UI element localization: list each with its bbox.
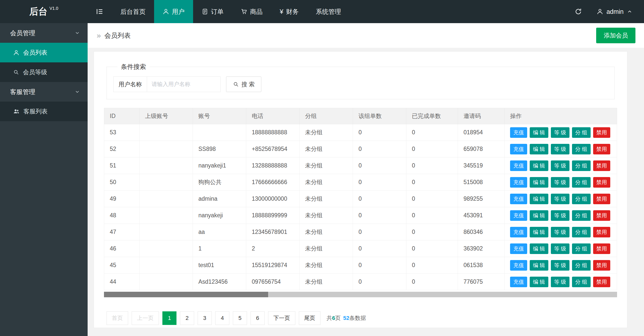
recharge-button[interactable]: 充值 <box>510 127 527 138</box>
level-button[interactable]: 等 级 <box>551 194 569 204</box>
page-first-button[interactable]: 首页 <box>106 311 128 325</box>
cell-invite-code: 989255 <box>458 191 505 207</box>
sidebar-group-member-mgmt[interactable]: 会员管理 <box>0 23 88 43</box>
level-button[interactable]: 等 级 <box>551 127 569 138</box>
level-button[interactable]: 等 级 <box>551 160 569 171</box>
group-button[interactable]: 分 组 <box>572 144 591 154</box>
disable-button[interactable]: 禁用 <box>593 144 610 154</box>
level-button[interactable]: 等 级 <box>551 243 569 254</box>
recharge-button[interactable]: 充值 <box>510 210 527 221</box>
edit-button[interactable]: 编 辑 <box>530 260 548 271</box>
nav-item-users[interactable]: 用户 <box>154 0 193 23</box>
cell-parent-account <box>139 224 193 240</box>
level-button[interactable]: 等 级 <box>551 227 569 237</box>
group-button[interactable]: 分 组 <box>572 243 591 254</box>
top-nav: 后台首页 用户 订单 商品 ¥ 财务 <box>112 0 349 23</box>
group-button[interactable]: 分 组 <box>572 277 591 287</box>
cell-phone: 097656754 <box>246 274 300 290</box>
level-button[interactable]: 等 级 <box>551 210 569 221</box>
scrollbar-thumb[interactable] <box>104 292 268 297</box>
sidebar-item-service-list[interactable]: 客服列表 <box>0 102 88 121</box>
edit-button[interactable]: 编 辑 <box>530 277 548 287</box>
recharge-button[interactable]: 充值 <box>510 177 527 188</box>
edit-button[interactable]: 编 辑 <box>530 227 548 237</box>
sidebar-group-service-mgmt[interactable]: 客服管理 <box>0 82 88 102</box>
cell-account: test01 <box>193 257 246 274</box>
nav-item-finance[interactable]: ¥ 财务 <box>271 0 307 23</box>
cell-group: 未分组 <box>300 240 353 257</box>
recharge-button[interactable]: 充值 <box>510 277 527 287</box>
app-logo[interactable]: 后台 V1.0 <box>0 0 88 23</box>
level-button[interactable]: 等 级 <box>551 260 569 271</box>
group-button[interactable]: 分 组 <box>572 210 591 221</box>
cell-actions: 充值编 辑等 级分 组禁用 <box>505 224 617 240</box>
group-button[interactable]: 分 组 <box>572 177 591 188</box>
page-next-button[interactable]: 下一页 <box>268 311 295 325</box>
nav-item-home[interactable]: 后台首页 <box>112 0 154 23</box>
recharge-button[interactable]: 充值 <box>510 260 527 271</box>
recharge-button[interactable]: 充值 <box>510 194 527 204</box>
edit-button[interactable]: 编 辑 <box>530 127 548 138</box>
edit-button[interactable]: 编 辑 <box>530 144 548 154</box>
cell-invite-code: 363902 <box>458 240 505 257</box>
cell-phone: 17666666666 <box>246 174 300 191</box>
page-number-4[interactable]: 4 <box>215 311 229 325</box>
group-button[interactable]: 分 组 <box>572 194 591 204</box>
user-icon <box>163 8 169 15</box>
disable-button[interactable]: 禁用 <box>593 277 610 287</box>
page-number-3[interactable]: 3 <box>198 311 212 325</box>
topbar: 后台 V1.0 后台首页 用户 订单 <box>0 0 644 23</box>
search-button[interactable]: 搜 索 <box>226 76 261 92</box>
sidebar-item-member-list[interactable]: 会员列表 <box>0 43 88 62</box>
cell-invite-code: 018954 <box>458 124 505 141</box>
chevron-down-icon <box>75 89 80 95</box>
sidebar-toggle-icon[interactable] <box>88 0 112 23</box>
disable-button[interactable]: 禁用 <box>593 177 610 188</box>
level-button[interactable]: 等 级 <box>551 177 569 188</box>
recharge-button[interactable]: 充值 <box>510 243 527 254</box>
username-input[interactable] <box>147 76 221 92</box>
edit-button[interactable]: 编 辑 <box>530 177 548 188</box>
nav-label: 订单 <box>211 8 224 16</box>
recharge-button[interactable]: 充值 <box>510 144 527 154</box>
level-button[interactable]: 等 级 <box>551 144 569 154</box>
horizontal-scrollbar[interactable] <box>104 292 617 297</box>
page-number-2[interactable]: 2 <box>180 311 194 325</box>
table-row: 49 admina 13000000000 未分组 0 0 989255 充值编… <box>104 191 617 207</box>
disable-button[interactable]: 禁用 <box>593 160 610 171</box>
edit-button[interactable]: 编 辑 <box>530 243 548 254</box>
member-table: ID 上级账号 账号 电话 分组 该组单数 已完成单数 邀请码 操作 53 18… <box>104 108 617 290</box>
page-prev-button[interactable]: 上一页 <box>132 311 159 325</box>
cell-completed-orders: 0 <box>406 157 458 174</box>
disable-button[interactable]: 禁用 <box>593 227 610 237</box>
group-button[interactable]: 分 组 <box>572 227 591 237</box>
nav-item-system[interactable]: 系统管理 <box>307 0 349 23</box>
disable-button[interactable]: 禁用 <box>593 210 610 221</box>
edit-button[interactable]: 编 辑 <box>530 160 548 171</box>
edit-button[interactable]: 编 辑 <box>530 210 548 221</box>
nav-item-orders[interactable]: 订单 <box>193 0 232 23</box>
recharge-button[interactable]: 充值 <box>510 227 527 237</box>
add-member-button[interactable]: 添加会员 <box>596 28 635 43</box>
cell-id: 52 <box>104 141 139 157</box>
disable-button[interactable]: 禁用 <box>593 243 610 254</box>
page-number-6[interactable]: 6 <box>251 311 265 325</box>
page-last-button[interactable]: 尾页 <box>299 311 320 325</box>
sidebar-item-member-level[interactable]: 会员等级 <box>0 62 88 82</box>
cell-invite-code: 453091 <box>458 207 505 224</box>
disable-button[interactable]: 禁用 <box>593 127 610 138</box>
table-row: 46 1 2 未分组 0 0 363902 充值编 辑等 级分 组禁用 <box>104 240 617 257</box>
group-button[interactable]: 分 组 <box>572 127 591 138</box>
edit-button[interactable]: 编 辑 <box>530 194 548 204</box>
page-number-1[interactable]: 1 <box>162 311 176 325</box>
recharge-button[interactable]: 充值 <box>510 160 527 171</box>
page-number-5[interactable]: 5 <box>233 311 247 325</box>
user-menu[interactable]: admin <box>597 8 632 15</box>
refresh-icon[interactable] <box>575 8 582 15</box>
disable-button[interactable]: 禁用 <box>593 194 610 204</box>
disable-button[interactable]: 禁用 <box>593 260 610 271</box>
nav-item-goods[interactable]: 商品 <box>232 0 271 23</box>
group-button[interactable]: 分 组 <box>572 260 591 271</box>
level-button[interactable]: 等 级 <box>551 277 569 287</box>
group-button[interactable]: 分 组 <box>572 160 591 171</box>
